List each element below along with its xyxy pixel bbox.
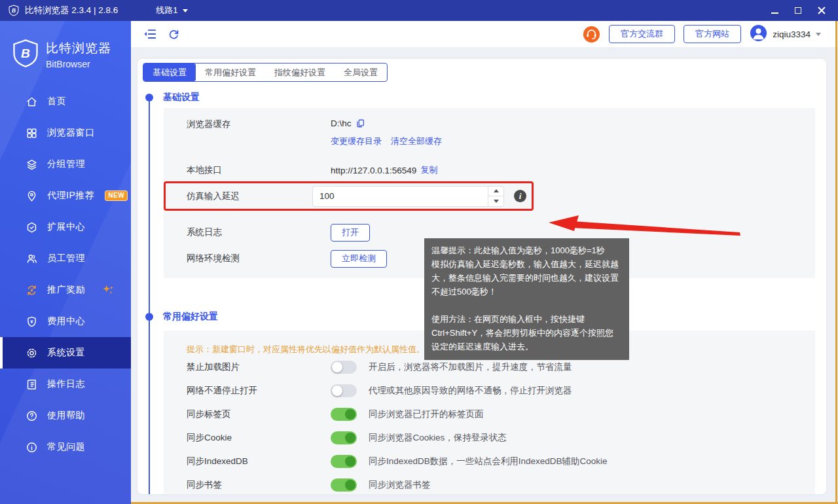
operation-log-icon: [25, 378, 38, 391]
sidebar-item-proxy-ip[interactable]: 代理IP推荐 NEW: [0, 180, 131, 211]
home-icon: [25, 95, 38, 108]
stop-on-network-fail-toggle[interactable]: [331, 384, 357, 397]
line-selector[interactable]: 线路1: [156, 5, 187, 16]
triangle-down-icon: [494, 200, 499, 203]
sidebar-item-help[interactable]: 使用帮助: [0, 400, 131, 431]
sync-bookmarks-toggle[interactable]: [331, 478, 357, 492]
sidebar-item-label: 扩展中心: [47, 221, 85, 233]
toggle-description: 同步浏览器已打开的标签页面: [369, 408, 484, 420]
open-log-button[interactable]: 打开: [331, 224, 370, 242]
toggle-row-sync-cookie: 同步Cookie 同步浏览器Cookies，保持登录状态: [164, 426, 815, 450]
disable-images-toggle[interactable]: [331, 361, 357, 374]
official-site-button[interactable]: 官方网站: [683, 25, 741, 43]
svg-text:B: B: [12, 7, 16, 14]
brand-title: 比特浏览器: [46, 40, 111, 57]
sidebar-item-label: 常见问题: [47, 441, 85, 453]
refresh-icon[interactable]: [168, 28, 180, 41]
username: ziqiu3334: [773, 29, 811, 39]
sidebar-item-label: 分组管理: [47, 158, 85, 170]
svg-text:B: B: [21, 46, 30, 60]
clear-all-cache-link[interactable]: 清空全部缓存: [391, 135, 442, 147]
sparkles-icon: [101, 283, 115, 297]
check-now-button[interactable]: 立即检测: [331, 250, 387, 268]
triangle-up-icon: [494, 189, 499, 192]
field-label: 网络不通停止打开: [187, 385, 331, 397]
sidebar-item-system-settings[interactable]: 系统设置: [0, 337, 131, 369]
copy-link[interactable]: 复制: [420, 164, 437, 176]
sidebar-item-home[interactable]: 首页: [0, 86, 131, 117]
field-label: 网络环境检测: [187, 253, 331, 264]
cache-path-value: D:\hc: [331, 118, 352, 128]
group-layers-icon: [25, 158, 38, 171]
sync-indexeddb-toggle[interactable]: [331, 455, 357, 468]
input-delay-field: [312, 186, 504, 207]
field-label: 本地接口: [187, 164, 331, 176]
user-menu[interactable]: ziqiu3334: [750, 24, 821, 45]
menu-fold-icon[interactable]: [143, 27, 157, 41]
official-group-button[interactable]: 官方交流群: [609, 25, 675, 43]
tab-common-preferences[interactable]: 常用偏好设置: [196, 63, 265, 81]
settings-tabbar: 基础设置 常用偏好设置 指纹偏好设置 全局设置: [143, 63, 388, 82]
sidebar-item-label: 员工管理: [47, 253, 85, 264]
sidebar-item-promo[interactable]: ¥ 推广奖励: [0, 274, 131, 306]
sidebar-item-browser-windows[interactable]: 浏览器窗口: [0, 117, 131, 149]
tab-global-settings[interactable]: 全局设置: [335, 63, 387, 81]
help-icon: [25, 409, 38, 422]
field-label: 同步标签页: [187, 408, 331, 420]
tooltip-line: 模拟仿真输入延迟毫秒数，输入值越大，延迟就越大，整条信息输入完需要的时间也越久，…: [431, 257, 622, 298]
sidebar-item-extensions[interactable]: 扩展中心: [0, 211, 131, 243]
field-label: 同步Cookie: [187, 432, 331, 444]
change-cache-dir-link[interactable]: 变更缓存目录: [331, 135, 382, 147]
section-header-basic: 基础设置: [145, 92, 200, 103]
spinner-up-button[interactable]: [488, 187, 503, 197]
sidebar-item-label: 操作日志: [47, 378, 85, 390]
close-icon: [818, 7, 826, 14]
sidebar-item-faq[interactable]: 常见问题: [0, 431, 131, 463]
field-label: 同步书签: [187, 479, 331, 491]
billing-shield-icon: ¥: [25, 315, 38, 328]
toggle-row-sync-indexeddb: 同步IndexedDB 同步IndexedDB数据，一些站点会利用Indexed…: [164, 450, 815, 473]
sync-tabs-toggle[interactable]: [331, 408, 357, 421]
local-api-row: 本地接口 http://127.0.0.1:56549 复制: [164, 164, 802, 176]
avatar: [750, 24, 767, 45]
brand-subtitle: BitBrowser: [46, 59, 111, 69]
section-title: 基础设置: [163, 92, 200, 103]
sidebar-item-billing[interactable]: ¥ 费用中心: [0, 306, 131, 337]
maximize-button[interactable]: [790, 3, 807, 18]
sidebar-item-label: 首页: [47, 96, 66, 107]
sidebar-menu: 首页 浏览器窗口 分组管理 代理IP推荐 NEW 扩展中心 员工管理 ¥ 推广奖…: [0, 86, 131, 463]
location-pin-icon: [25, 189, 38, 202]
top-header: 官方交流群 官方网站 ziqiu3334: [131, 21, 838, 47]
browser-windows-icon: [25, 126, 38, 139]
sync-cookie-toggle[interactable]: [331, 431, 357, 444]
sidebar-item-staff[interactable]: 员工管理: [0, 243, 131, 274]
info-icon[interactable]: [514, 190, 526, 202]
spinner-down-button[interactable]: [488, 196, 503, 206]
section-header-preferences: 常用偏好设置: [145, 311, 218, 323]
toggle-description: 同步浏览器Cookies，保持登录状态: [369, 432, 507, 444]
field-label: 浏览器缓存: [187, 118, 331, 130]
input-delay-input[interactable]: [313, 187, 486, 206]
gear-icon: [25, 346, 38, 359]
minimize-button[interactable]: [766, 3, 783, 18]
extension-icon: [25, 221, 38, 234]
promo-reward-icon: ¥: [25, 283, 38, 297]
copy-icon[interactable]: [355, 118, 365, 128]
toggle-row-stop-on-network-fail: 网络不通停止打开 代理或其他原因导致的网络不通畅，停止打开浏览器: [164, 379, 815, 403]
new-badge: NEW: [105, 190, 128, 201]
svg-text:¥: ¥: [30, 319, 33, 325]
svg-text:¥: ¥: [30, 288, 33, 293]
tab-fingerprint-preferences[interactable]: 指纹偏好设置: [265, 63, 335, 81]
close-button[interactable]: [813, 3, 830, 18]
number-spinner: [488, 187, 503, 206]
app-logo-icon: B: [8, 5, 20, 16]
sidebar-item-label: 费用中心: [47, 315, 85, 327]
sidebar-item-operation-log[interactable]: 操作日志: [0, 369, 131, 400]
tab-basic-settings[interactable]: 基础设置: [143, 63, 196, 81]
sidebar-item-label: 代理IP推荐: [47, 190, 94, 202]
support-headset-icon[interactable]: [583, 26, 600, 43]
toggle-description: 同步IndexedDB数据，一些站点会利用IndexedDB辅助Cookie: [369, 456, 608, 467]
caret-down-icon: [183, 9, 188, 12]
browser-cache-row: 浏览器缓存 D:\hc 变更缓存目录 清空全部缓存: [164, 118, 802, 147]
sidebar-item-groups[interactable]: 分组管理: [0, 149, 131, 180]
